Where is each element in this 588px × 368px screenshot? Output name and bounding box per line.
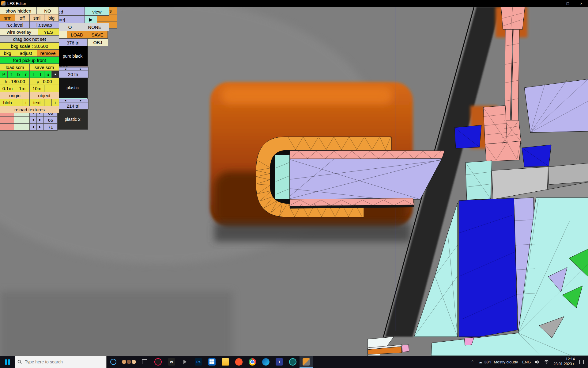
view-back-button[interactable]: b xyxy=(15,71,22,78)
system-tray: ⌃ ☁ 38°F Mostly cloudy ENG 12:14 23.01.2… xyxy=(469,356,588,368)
text-plus-button[interactable]: + xyxy=(51,99,59,106)
view-left-button[interactable]: l xyxy=(29,71,37,78)
grid-10m-button[interactable]: 10m xyxy=(29,85,44,92)
nc-level-button[interactable]: n.c.level xyxy=(0,21,30,29)
blob-minus-button[interactable]: – xyxy=(15,99,22,106)
language-indicator[interactable]: ENG xyxy=(520,356,533,368)
increase-button[interactable]: ► xyxy=(36,116,44,124)
hidden-icons-chevron-icon[interactable]: ⌃ xyxy=(469,356,476,368)
window-title: LFS Editor xyxy=(7,1,26,6)
clock[interactable]: 12:14 23.01.2023 г. xyxy=(551,357,577,366)
render-o-button[interactable]: O xyxy=(60,23,80,31)
page-next-button[interactable]: ▶ xyxy=(85,15,97,23)
date: 23.01.2023 г. xyxy=(553,362,575,367)
channel-value: 71 xyxy=(43,123,58,131)
bkg-button[interactable]: bkg xyxy=(0,49,15,57)
windows-logo-icon xyxy=(5,359,10,365)
taskbar: W Ps T ⌃ ☁ 38°F Mostly c xyxy=(0,356,588,368)
decrease-button[interactable]: ◄ xyxy=(29,123,37,131)
reload-textures-button[interactable]: reload textures xyxy=(0,106,59,113)
teams-icon[interactable]: T xyxy=(273,356,286,368)
start-button[interactable] xyxy=(0,356,15,368)
view-right-button[interactable]: r xyxy=(22,71,30,78)
nrm-sml-button[interactable]: sml xyxy=(29,14,44,21)
color-swatch[interactable] xyxy=(0,116,14,124)
save-scm-button[interactable]: save scm xyxy=(29,63,59,71)
lfs-editor-taskbar-icon[interactable] xyxy=(300,356,313,368)
show-hidden-toggle[interactable]: NO xyxy=(36,7,59,14)
object-button[interactable]: object xyxy=(29,92,59,99)
lr-swap-button[interactable]: l.r.swap xyxy=(29,21,59,29)
titlebar: LFS Editor – □ × xyxy=(0,0,588,7)
nrm-button[interactable]: nrm xyxy=(0,14,15,21)
cutout-view-button[interactable]: view xyxy=(85,8,109,16)
grid-off-button[interactable]: – xyxy=(44,85,59,92)
bkg-remove-button[interactable]: remove xyxy=(37,49,59,57)
photoshop-icon[interactable]: Ps xyxy=(192,356,205,368)
view-dot-button[interactable]: ● xyxy=(51,71,59,78)
cloud-icon: ☁ xyxy=(478,360,482,364)
material-preview[interactable]: pure black xyxy=(57,46,88,67)
bkg-adjust-button[interactable]: adjust xyxy=(15,49,37,57)
volume-icon[interactable] xyxy=(533,356,542,368)
text-label: text xyxy=(29,99,44,106)
view-perspective-button[interactable]: P xyxy=(0,71,8,78)
view-under-button[interactable]: u xyxy=(44,71,52,78)
color-swatch[interactable] xyxy=(14,116,30,124)
camera-app-icon[interactable] xyxy=(286,356,300,368)
render-none-button[interactable]: NONE xyxy=(80,23,109,31)
material-preview[interactable]: plastic 2 xyxy=(57,109,88,130)
material-tri-count: 20 tri xyxy=(58,71,89,78)
decrease-button[interactable]: ◄ xyxy=(29,116,37,124)
channel-value: 66 xyxy=(43,116,58,124)
close-button[interactable]: × xyxy=(575,0,588,7)
load-button[interactable]: LOAD xyxy=(67,31,87,39)
edge-icon[interactable] xyxy=(259,356,273,368)
taskbar-search[interactable] xyxy=(15,356,107,368)
load-scm-button[interactable]: load scm xyxy=(0,63,30,71)
search-icon xyxy=(17,360,22,364)
word-icon[interactable]: W xyxy=(165,356,178,368)
wire-overlay-label: wire overlay xyxy=(0,28,38,36)
minimize-button[interactable]: – xyxy=(548,0,561,7)
drag-box-status: drag box not set xyxy=(0,35,59,43)
task-view-icon[interactable] xyxy=(138,356,151,368)
brave-icon[interactable] xyxy=(232,356,246,368)
pitch-value[interactable]: p : 0.00 xyxy=(29,78,59,85)
network-icon[interactable] xyxy=(542,356,551,368)
bkg-scale-value[interactable]: bkg scale : 3.0500 xyxy=(0,42,59,50)
opera-icon[interactable] xyxy=(151,356,165,368)
notifications-icon[interactable] xyxy=(577,356,586,368)
cortana-icon[interactable] xyxy=(107,356,120,368)
chrome-icon[interactable] xyxy=(246,356,259,368)
grid-01m-button[interactable]: 0.1m xyxy=(0,85,15,92)
obj-export-button[interactable]: OBJ xyxy=(87,38,108,46)
heading-value[interactable]: h : 180.00 xyxy=(0,78,30,85)
text-minus-button[interactable]: – xyxy=(44,99,52,106)
color-swatch[interactable] xyxy=(14,123,30,131)
store-icon[interactable] xyxy=(205,356,219,368)
grid-1m-button[interactable]: 1m xyxy=(15,85,30,92)
view-front-button[interactable]: f xyxy=(7,71,15,78)
file-explorer-icon[interactable] xyxy=(219,356,232,368)
material-preview[interactable]: plastic xyxy=(57,78,88,98)
material-tri-count: 214 tri xyxy=(58,102,89,109)
search-input[interactable] xyxy=(24,359,96,365)
save-button[interactable]: SAVE xyxy=(87,31,108,39)
wire-overlay-toggle[interactable]: YES xyxy=(38,28,59,36)
show-desktop-button[interactable] xyxy=(586,356,588,368)
color-swatch[interactable] xyxy=(0,123,14,131)
app-icon xyxy=(1,1,6,6)
bkg-image-name[interactable]: ford pickup front xyxy=(0,56,59,64)
maximize-button[interactable]: □ xyxy=(561,0,575,7)
increase-button[interactable]: ► xyxy=(36,123,44,131)
people-icon[interactable] xyxy=(120,356,138,368)
time: 12:14 xyxy=(566,357,575,362)
nrm-off-button[interactable]: off xyxy=(15,14,30,21)
nrm-big-button[interactable]: big xyxy=(44,14,59,21)
origin-button[interactable]: origin xyxy=(0,92,30,99)
tool-icon[interactable] xyxy=(178,356,192,368)
blob-plus-button[interactable]: + xyxy=(22,99,30,106)
view-top-button[interactable]: t xyxy=(37,71,44,78)
weather-status[interactable]: ☁ 38°F Mostly cloudy xyxy=(476,356,520,368)
